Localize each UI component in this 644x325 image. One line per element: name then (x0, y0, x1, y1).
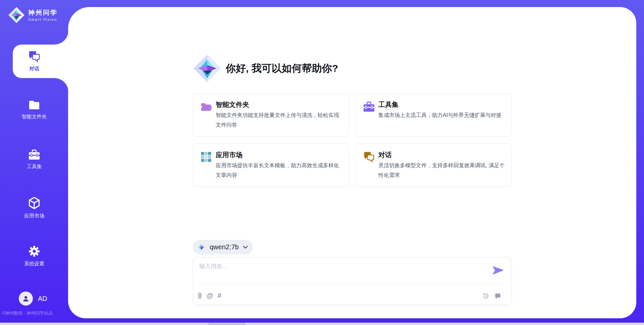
brand-name: 神州问学 (28, 9, 58, 17)
card-title: 应用市场 (216, 150, 243, 159)
sidebar-item-label: 应用市场 (24, 213, 44, 219)
chat-icon (28, 50, 41, 63)
greeting-title: 你好, 我可以如何帮助你? (226, 62, 338, 75)
sidebar-item-label: 系统设置 (24, 261, 44, 267)
composer-toolbar-left: @ # (197, 292, 221, 299)
card-description: 集成市场上主流工具，助力AI与外界无缝扩展与对接 (378, 110, 506, 120)
hash-icon: # (218, 292, 221, 299)
card-app-market[interactable]: 应用市场 应用市场提供丰富长文本模板，助力高效生成多样化文章内容 (193, 143, 349, 187)
apps-grid-icon (200, 151, 213, 164)
sidebar-item-settings[interactable]: 系统设置 (0, 245, 68, 267)
history-clock-icon (483, 293, 489, 299)
card-title: 智能文件夹 (216, 100, 249, 109)
mention-button[interactable]: @ (207, 292, 213, 299)
folder-icon (28, 99, 41, 111)
feature-cards: 智能文件夹 智能文件夹功能支持批量文件上传与清洗，轻松实现文件问答 工具集 集成… (193, 93, 512, 187)
sidebar-item-tools[interactable]: 工具集 (0, 148, 68, 170)
history-button[interactable] (483, 293, 489, 299)
brand-logo: 神州问学 Smart Vision (8, 7, 58, 23)
toolbox-icon (28, 148, 41, 160)
folder-open-icon (200, 101, 213, 113)
sidebar-item-label: 对话 (29, 66, 39, 72)
feedback-button[interactable] (494, 293, 501, 299)
paperclip-icon (197, 292, 202, 299)
composer-toolbar-right (483, 293, 501, 299)
at-icon: @ (207, 292, 213, 299)
send-icon (492, 266, 504, 275)
message-input[interactable] (199, 262, 485, 282)
composer-divider (198, 284, 506, 284)
cube-icon (28, 196, 41, 210)
greeting-block: 你好, 我可以如何帮助你? (193, 54, 338, 83)
sidebar-item-chat[interactable]: 对话 (0, 50, 68, 72)
chevron-down-icon (243, 246, 248, 249)
main-panel: 你好, 我可以如何帮助你? 智能文件夹 智能文件夹功能支持批量文件上传与清洗，轻… (68, 7, 636, 318)
card-description: 应用市场提供丰富长文本模板，助力高效生成多样化文章内容 (216, 160, 343, 180)
model-selector[interactable]: qwen2:7b (193, 240, 253, 254)
sidebar-item-folders[interactable]: 智能文件夹 (0, 99, 68, 120)
person-icon (21, 294, 30, 303)
sidebar-item-label: 工具集 (27, 164, 42, 170)
chat-bubble-icon (494, 293, 501, 299)
card-title: 工具集 (378, 100, 398, 109)
scrollbar-thumb[interactable] (208, 323, 246, 325)
chat-icon (363, 151, 375, 164)
message-composer: @ # (193, 257, 512, 305)
diamond-logo-icon (193, 54, 222, 83)
attach-button[interactable] (197, 292, 202, 299)
user-chip[interactable]: AD (19, 291, 47, 306)
horizontal-scrollbar (0, 323, 644, 325)
card-chat[interactable]: 对话 灵活切换多模型文件，支持多样回复效果调试, 满足个性化需求 (356, 143, 512, 187)
card-toolset[interactable]: 工具集 集成市场上主流工具，助力AI与外界无缝扩展与对接 (356, 93, 512, 137)
gear-icon (28, 245, 41, 258)
sidebar-item-apps[interactable]: 应用市场 (0, 196, 68, 219)
user-name: AD (38, 295, 47, 303)
send-button[interactable] (492, 266, 504, 275)
topic-button[interactable]: # (218, 292, 221, 299)
avatar (19, 291, 33, 306)
model-name: qwen2:7b (210, 243, 239, 251)
sidebar-item-label: 智能文件夹 (22, 114, 47, 120)
copyright-footer: ©神州数码 · 神州问学出品 (2, 310, 76, 316)
card-description: 灵活切换多模型文件，支持多样回复效果调试, 满足个性化需求 (378, 160, 506, 180)
diamond-logo-icon (8, 7, 25, 23)
card-smart-folder[interactable]: 智能文件夹 智能文件夹功能支持批量文件上传与清洗，轻松实现文件问答 (193, 93, 349, 137)
diamond-logo-icon (198, 243, 206, 251)
toolbox-icon (363, 101, 375, 113)
brand-subtitle: Smart Vision (28, 17, 58, 21)
card-description: 智能文件夹功能支持批量文件上传与清洗，轻松实现文件问答 (216, 110, 343, 130)
card-title: 对话 (378, 150, 392, 159)
